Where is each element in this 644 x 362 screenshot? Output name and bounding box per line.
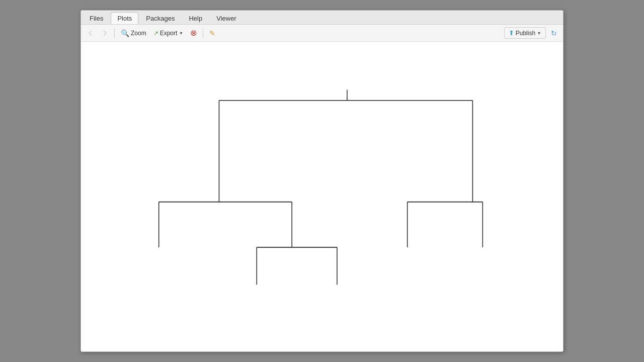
tab-viewer[interactable]: Viewer [210, 12, 243, 24]
zoom-icon: 🔍 [121, 29, 129, 37]
tab-packages[interactable]: Packages [139, 12, 181, 24]
rstudio-panel: Files Plots Packages Help Viewer 🔍 Zoom … [80, 10, 564, 352]
export-button[interactable]: ↗ Export ▼ [150, 28, 187, 38]
export-dropdown-arrow: ▼ [179, 31, 183, 36]
zoom-label: Zoom [131, 30, 146, 37]
separator-1 [114, 28, 115, 38]
publish-icon: ⬆ [509, 29, 514, 37]
export-icon: ↗ [153, 30, 158, 37]
clear-icon: ⊗ [190, 28, 197, 38]
separator-2 [203, 28, 203, 38]
plot-area [81, 42, 563, 351]
back-icon [87, 30, 94, 37]
tab-help[interactable]: Help [182, 12, 209, 24]
tab-files[interactable]: Files [83, 12, 110, 24]
refresh-icon: ↻ [551, 29, 557, 37]
publish-label: Publish [516, 30, 535, 37]
toolbar: 🔍 Zoom ↗ Export ▼ ⊗ ✎ ⬆ Publish ▼ [81, 25, 563, 42]
refresh-button[interactable]: ↻ [548, 28, 560, 39]
forward-icon [101, 30, 108, 37]
zoom-button[interactable]: 🔍 Zoom [118, 28, 149, 39]
brush-button[interactable]: ✎ [206, 28, 218, 39]
toolbar-right: ⬆ Publish ▼ ↻ [504, 27, 560, 39]
publish-dropdown-arrow: ▼ [537, 31, 541, 36]
back-button[interactable] [84, 28, 97, 38]
dendrogram-chart [81, 42, 563, 351]
forward-button[interactable] [98, 28, 111, 38]
publish-button[interactable]: ⬆ Publish ▼ [504, 27, 546, 39]
tab-bar: Files Plots Packages Help Viewer [81, 11, 563, 25]
clear-plots-button[interactable]: ⊗ [187, 27, 200, 39]
tab-plots[interactable]: Plots [111, 12, 138, 24]
export-label: Export [160, 30, 178, 37]
brush-icon: ✎ [209, 29, 215, 37]
